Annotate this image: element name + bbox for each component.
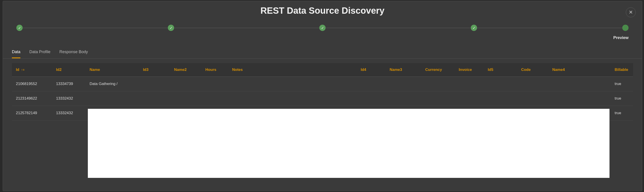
check-icon: ✓ [321,26,324,30]
col-header-id[interactable]: Id ↑≡ [12,63,52,77]
col-header-hours[interactable]: Hours [201,63,228,77]
col-header-name2[interactable]: Name2 [170,63,201,77]
step-labels: Preview [3,36,642,45]
cell-billable: true [610,106,633,120]
col-header-name4[interactable]: Name4 [548,63,610,77]
cell-hours [201,77,228,91]
table-row[interactable]: 210681955213334739Data Gathering /true [12,77,633,91]
step-2-dot[interactable]: ✓ [168,25,174,31]
step-preview-label: Preview [506,36,628,40]
cell-code [517,91,548,106]
close-button[interactable]: ✕ [626,8,636,17]
cell-id3 [139,77,170,91]
col-header-name[interactable]: Name [86,63,139,77]
tab-response-body[interactable]: Response Body [60,47,88,58]
cell-id2: 13334739 [52,77,85,91]
step-line [174,28,319,28]
step-line [477,28,622,28]
cell-notes [228,77,357,91]
step-4-dot[interactable]: ✓ [471,25,477,31]
cell-name2 [170,91,201,106]
col-header-billable[interactable]: Billable [610,63,633,77]
cell-id2: 13332432 [52,106,85,120]
cell-id4 [357,77,386,91]
cell-id5 [484,91,517,106]
cell-invoice [455,77,484,91]
cell-id: 2123149622 [12,91,52,106]
cell-name4 [548,91,610,106]
cell-hours [201,91,228,106]
cell-name2 [170,77,201,91]
cell-invoice [455,91,484,106]
col-header-id2[interactable]: Id2 [52,63,85,77]
col-header-id4[interactable]: Id4 [357,63,386,77]
col-header-id3[interactable]: Id3 [139,63,170,77]
tab-data-profile[interactable]: Data Profile [29,47,50,58]
step-line [23,28,168,28]
sort-asc-icon: ↑≡ [20,68,24,72]
cell-notes [228,91,357,106]
cell-name [86,91,139,106]
cell-id2: 13332432 [52,91,85,106]
tab-data[interactable]: Data [12,47,20,58]
cell-name3 [386,77,421,91]
check-icon: ✓ [170,26,172,30]
white-overlay [88,109,610,178]
col-header-id5[interactable]: Id5 [484,63,517,77]
cell-name4 [548,77,610,91]
tabs: Data Data Profile Response Body [3,45,642,59]
col-header-notes[interactable]: Notes [228,63,357,77]
col-header-name3[interactable]: Name3 [386,63,421,77]
step-3-dot[interactable]: ✓ [319,25,326,31]
check-icon: ✓ [472,26,476,30]
table-row[interactable]: 212314962213332432true [12,91,633,106]
close-icon: ✕ [629,10,633,15]
check-icon: ✓ [18,26,21,30]
cell-currency [421,77,455,91]
cell-id: 2106819552 [12,77,52,91]
cell-id4 [357,91,386,106]
cell-billable: true [610,77,633,91]
modal-header: REST Data Source Discovery ✕ [3,1,642,18]
cell-name3 [386,91,421,106]
col-header-currency[interactable]: Currency [421,63,455,77]
col-header-invoice[interactable]: Invoice [455,63,484,77]
table-header-row: Id ↑≡ Id2 Name Id3 Name2 Hours Notes Id4… [12,63,633,77]
cell-id3 [139,91,170,106]
cell-id: 2125782149 [12,106,52,120]
stepper: ✓ ✓ ✓ ✓ [3,18,642,36]
step-line [326,28,471,28]
cell-billable: true [610,91,633,106]
cell-code [517,77,548,91]
step-5-dot[interactable] [622,25,628,31]
cell-currency [421,91,455,106]
modal-title: REST Data Source Discovery [3,6,642,16]
cell-id5 [484,77,517,91]
step-1-dot[interactable]: ✓ [16,25,23,31]
cell-name: Data Gathering / [86,77,139,91]
col-header-code[interactable]: Code [517,63,548,77]
